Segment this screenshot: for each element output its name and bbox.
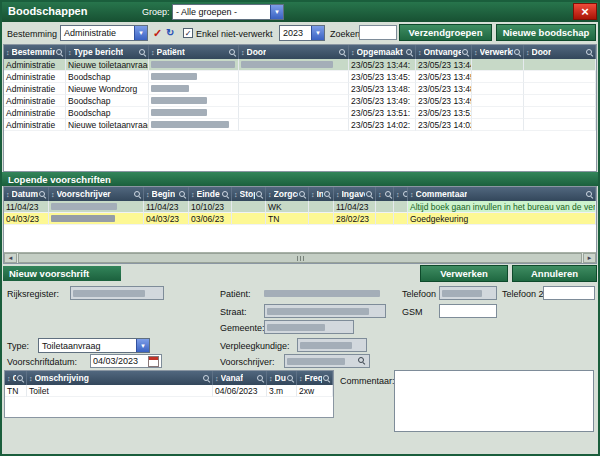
checkbox-check-icon: ✓ xyxy=(185,29,192,38)
filter-magnifier-icon[interactable] xyxy=(16,374,24,382)
column-header-ontvangen[interactable]: ↕Ontvangen xyxy=(416,45,472,59)
filter-magnifier-icon[interactable] xyxy=(286,374,294,382)
commentaar-textarea[interactable] xyxy=(394,370,594,432)
verzendgroepen-button[interactable]: Verzendgroepen xyxy=(399,24,492,41)
table-row[interactable]: AdministratieNieuwe toiletaanvraag23/05/… xyxy=(4,119,596,131)
filter-magnifier-icon[interactable] xyxy=(221,190,229,198)
group-dropdown[interactable]: - Alle groepen - ▼ xyxy=(172,4,284,20)
table-cell xyxy=(394,213,408,225)
table-row[interactable]: AdministratieBoodschap23/05/23 13:51:23/… xyxy=(4,107,596,119)
filter-magnifier-icon[interactable] xyxy=(365,190,373,198)
filter-magnifier-icon[interactable] xyxy=(322,374,330,382)
filter-magnifier-icon[interactable] xyxy=(298,190,306,198)
column-header-verwerkt[interactable]: ↕Verwerkt xyxy=(472,45,524,59)
table-cell xyxy=(149,119,239,131)
chevron-down-icon[interactable]: ▼ xyxy=(311,26,324,40)
filter-magnifier-icon[interactable] xyxy=(461,48,469,56)
table-cell: 23/05/23 13:51: xyxy=(416,107,472,119)
horizontal-scrollbar[interactable]: ◄ ► xyxy=(4,252,596,263)
column-header-zorgcode[interactable]: ↕Zorgcode xyxy=(266,187,309,201)
filter-magnifier-icon[interactable] xyxy=(513,48,521,56)
column-header-duur[interactable]: ↕Duur xyxy=(267,371,297,385)
table-row[interactable]: AdministratieNieuwe toiletaanvraag23/05/… xyxy=(4,59,596,71)
telefoon2-input[interactable] xyxy=(543,286,595,300)
enkel-niet-verwerkt-checkbox[interactable]: ✓ xyxy=(183,28,193,38)
column-header-door[interactable]: ↕Door xyxy=(524,45,596,59)
bestemming-dropdown[interactable]: Administratie ▼ xyxy=(60,25,148,41)
table-row[interactable]: 04/03/2304/03/2303/06/23TN28/02/23Goedge… xyxy=(4,213,596,225)
sort-icon: ↕ xyxy=(6,49,10,56)
filter-magnifier-icon[interactable] xyxy=(585,190,593,198)
chevron-down-icon[interactable]: ▼ xyxy=(136,339,149,352)
filter-magnifier-icon[interactable] xyxy=(138,48,146,56)
filter-magnifier-icon[interactable] xyxy=(38,190,46,198)
validate-check-icon[interactable]: ✓ xyxy=(153,27,162,40)
column-header-begin[interactable]: ↕Begin xyxy=(144,187,189,201)
column-header-voorschrijver[interactable]: ↕Voorschrijver xyxy=(49,187,144,201)
table-cell: Nieuwe toiletaanvraag xyxy=(66,59,149,71)
table-cell: TN xyxy=(266,213,309,225)
filter-magnifier-icon[interactable] xyxy=(178,190,186,198)
scroll-right-icon[interactable]: ► xyxy=(583,253,596,263)
column-header-c[interactable]: ↕C xyxy=(5,371,27,385)
column-header-init[interactable]: ↕Init xyxy=(309,187,334,201)
column-header-omschrijving[interactable]: ↕Omschrijving xyxy=(27,371,213,385)
type-dropdown[interactable]: Toiletaanvraag ▼ xyxy=(38,338,150,353)
table-cell: 04/03/23 xyxy=(144,213,189,225)
filter-magnifier-icon[interactable] xyxy=(256,374,264,382)
chevron-down-icon[interactable]: ▼ xyxy=(134,26,147,40)
column-header-freq-[interactable]: ↕Freq. xyxy=(297,371,333,385)
column-header-p[interactable]: ↕P xyxy=(394,187,408,201)
table-cell: Toilet xyxy=(27,385,213,397)
column-header-stop[interactable]: ↕Stop xyxy=(232,187,266,201)
column-header-vanaf[interactable]: ↕Vanaf xyxy=(213,371,267,385)
table-row[interactable]: TNToilet04/06/20233.m2xw xyxy=(5,385,333,397)
column-header-door[interactable]: ↕Door xyxy=(239,45,349,59)
voorschriftdatum-input[interactable]: 04/03/2023 xyxy=(90,354,162,368)
filter-magnifier-icon[interactable] xyxy=(228,48,236,56)
sort-icon: ↕ xyxy=(526,49,530,56)
calendar-icon[interactable] xyxy=(148,356,159,367)
refresh-icon[interactable]: ↻ xyxy=(166,27,174,38)
gsm-input[interactable] xyxy=(439,304,497,318)
column-header-type-bericht[interactable]: ↕Type bericht xyxy=(66,45,149,59)
table-row[interactable]: AdministratieBoodschap23/05/23 13:49:23/… xyxy=(4,95,596,107)
column-header-datum[interactable]: ↕Datum xyxy=(4,187,49,201)
column-header-label: Einde xyxy=(197,189,220,199)
column-header-commentaar[interactable]: ↕Commentaar xyxy=(408,187,596,201)
lookup-magnifier-icon[interactable] xyxy=(357,356,367,366)
filter-magnifier-icon[interactable] xyxy=(255,190,263,198)
filter-magnifier-icon[interactable] xyxy=(338,48,346,56)
sort-icon: ↕ xyxy=(146,191,150,198)
filter-magnifier-icon[interactable] xyxy=(323,190,331,198)
filter-magnifier-icon[interactable] xyxy=(585,48,593,56)
close-button[interactable]: × xyxy=(573,3,597,20)
table-row[interactable]: AdministratieNieuwe Wondzorg23/05/23 13:… xyxy=(4,83,596,95)
table-row[interactable]: 11/04/2311/04/2310/10/23WK11/04/23Altijd… xyxy=(4,201,596,213)
column-header-opgemaakt[interactable]: ↕Opgemaakt xyxy=(349,45,416,59)
column-header-bestemming[interactable]: ↕Bestemming xyxy=(4,45,66,59)
voorschriftdatum-label: Voorschriftdatum: xyxy=(7,357,77,367)
table-row[interactable]: AdministratieBoodschap23/05/23 13:45:23/… xyxy=(4,71,596,83)
nieuwe-boodschap-button[interactable]: Nieuwe boodschap xyxy=(496,24,596,41)
column-header-pati-nt[interactable]: ↕Patiënt xyxy=(149,45,239,59)
filter-magnifier-icon[interactable] xyxy=(55,48,63,56)
sort-icon: ↕ xyxy=(299,375,303,382)
filter-magnifier-icon[interactable] xyxy=(384,190,392,198)
zoeken-input[interactable] xyxy=(359,25,397,40)
verwerken-button[interactable]: Verwerken xyxy=(420,265,508,282)
type-label: Type: xyxy=(7,341,29,351)
filter-magnifier-icon[interactable] xyxy=(202,374,210,382)
filter-magnifier-icon[interactable] xyxy=(133,190,141,198)
annuleren-button[interactable]: Annuleren xyxy=(512,265,597,282)
column-header-gv[interactable]: ↕GV xyxy=(376,187,394,201)
year-dropdown[interactable]: 2023 ▼ xyxy=(279,25,325,41)
patient-label: Patiënt: xyxy=(220,289,251,299)
column-header-ingave[interactable]: ↕Ingave xyxy=(334,187,376,201)
column-header-einde[interactable]: ↕Einde xyxy=(189,187,232,201)
chevron-down-icon[interactable]: ▼ xyxy=(270,5,283,19)
scroll-left-icon[interactable]: ◄ xyxy=(4,253,17,263)
scrollbar-thumb[interactable] xyxy=(18,253,582,263)
verpleegkundige-field xyxy=(297,338,367,352)
filter-magnifier-icon[interactable] xyxy=(405,48,413,56)
